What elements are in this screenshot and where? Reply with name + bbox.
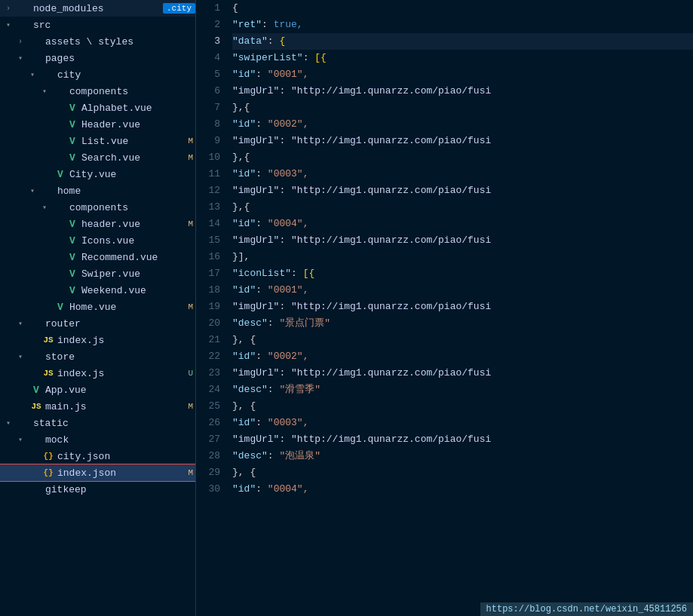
line-number-17: 17 — [196, 265, 220, 282]
folder-icon — [30, 35, 42, 48]
sidebar-item-home-vue[interactable]: VHome.vueM — [0, 299, 195, 315]
sidebar-item-assets-styles[interactable]: assets \ styles — [0, 33, 195, 50]
sidebar-item-search-vue[interactable]: VSearch.vueM — [0, 149, 195, 166]
line-number-19: 19 — [196, 299, 220, 315]
folder-icon — [30, 351, 42, 363]
sidebar-item-app-vue[interactable]: VApp.vue — [0, 382, 195, 398]
item-label: Icons.vue — [81, 235, 195, 247]
sidebar-item-router[interactable]: router — [0, 315, 195, 332]
item-label: index.js — [57, 368, 182, 379]
sidebar-item-home[interactable]: home — [0, 182, 195, 199]
line-numbers: 1234567891011121314151617181920212223242… — [196, 0, 226, 616]
sidebar-item-gitkeep[interactable]: gitkeep — [0, 481, 195, 498]
code-content: { "ret": true, "data": { "swiperList": [… — [226, 0, 693, 616]
line-number-20: 20 — [196, 315, 220, 332]
vue-icon: V — [66, 152, 78, 164]
code-line-20: "desc": "景点门票" — [232, 315, 693, 332]
vue-icon: V — [66, 135, 78, 147]
sidebar-item-mock[interactable]: mock — [0, 431, 195, 448]
line-number-5: 5 — [196, 66, 220, 83]
js-icon: JS — [30, 400, 42, 412]
item-label: pages — [45, 53, 195, 64]
sidebar-item-city-json[interactable]: {}city.json — [0, 448, 195, 464]
item-label: city — [57, 69, 195, 81]
item-label: Swiper.vue — [81, 268, 195, 280]
git-badge: M — [186, 302, 195, 311]
sidebar-item-index-json[interactable]: {}index.jsonM — [0, 464, 195, 481]
line-number-15: 15 — [196, 232, 220, 249]
code-line-18: "id": "0001", — [232, 282, 693, 299]
item-label: gitkeep — [45, 484, 195, 495]
code-line-3: "data": { — [232, 33, 693, 50]
code-line-15: "imgUrl": "http://img1.qunarzz.com/piao/… — [232, 232, 693, 249]
line-number-14: 14 — [196, 216, 220, 232]
item-label: Home.vue — [69, 302, 182, 313]
sidebar-item-src[interactable]: src — [0, 17, 195, 33]
item-label: node_modules — [33, 3, 160, 14]
item-label: List.vue — [81, 136, 182, 147]
code-line-27: "imgUrl": "http://img1.qunarzz.com/piao/… — [232, 431, 693, 448]
code-line-25: }, { — [232, 398, 693, 415]
sidebar-item-store[interactable]: store — [0, 348, 195, 365]
line-number-3: 3 — [196, 33, 220, 50]
code-line-10: },{ — [232, 149, 693, 166]
git-badge: M — [186, 219, 195, 228]
line-number-9: 9 — [196, 133, 220, 149]
sidebar-item-node_modules[interactable]: node_modules.city — [0, 0, 195, 17]
folder-icon — [18, 2, 30, 14]
code-line-13: },{ — [232, 199, 693, 216]
sidebar-item-city-vue[interactable]: VCity.vue — [0, 166, 195, 182]
code-line-17: "iconList": [{ — [232, 265, 693, 282]
item-label: store — [45, 351, 195, 363]
sidebar-item-alphabet-vue[interactable]: VAlphabet.vue — [0, 100, 195, 116]
line-number-6: 6 — [196, 83, 220, 100]
line-number-10: 10 — [196, 149, 220, 166]
code-line-6: "imgUrl": "http://img1.qunarzz.com/piao/… — [232, 83, 693, 100]
git-badge: M — [186, 153, 195, 162]
item-label: Recommend.vue — [81, 252, 195, 263]
item-label: Weekend.vue — [81, 285, 195, 296]
line-number-16: 16 — [196, 249, 220, 265]
code-line-24: "desc": "滑雪季" — [232, 382, 693, 398]
item-label: src — [33, 20, 195, 31]
json-icon: {} — [42, 450, 54, 462]
sidebar-item-static[interactable]: static — [0, 415, 195, 431]
sidebar-item-header-vue[interactable]: VHeader.vue — [0, 116, 195, 133]
item-label: Search.vue — [81, 152, 182, 164]
sidebar-item-header-home-vue[interactable]: Vheader.vueM — [0, 216, 195, 232]
vue-icon: V — [54, 301, 66, 313]
sidebar-item-list-vue[interactable]: VList.vueM — [0, 133, 195, 149]
sidebar-item-main-js[interactable]: JSmain.jsM — [0, 398, 195, 415]
line-number-4: 4 — [196, 50, 220, 66]
folder-icon — [18, 417, 30, 429]
code-line-23: "imgUrl": "http://img1.qunarzz.com/piao/… — [232, 365, 693, 382]
line-number-23: 23 — [196, 365, 220, 382]
vue-icon: V — [54, 168, 66, 180]
line-number-22: 22 — [196, 348, 220, 365]
vue-icon: V — [66, 268, 78, 280]
line-number-8: 8 — [196, 116, 220, 133]
item-label: Alphabet.vue — [81, 103, 195, 114]
sidebar-item-components-home[interactable]: components — [0, 199, 195, 216]
item-label: router — [45, 318, 195, 329]
item-label: static — [33, 418, 195, 429]
file-icon — [30, 483, 42, 495]
line-number-13: 13 — [196, 199, 220, 216]
sidebar-item-weekend-vue[interactable]: VWeekend.vue — [0, 282, 195, 299]
sidebar-item-recommend-vue[interactable]: VRecommend.vue — [0, 249, 195, 265]
sidebar-item-components-city[interactable]: components — [0, 83, 195, 100]
item-label: index.json — [57, 467, 182, 479]
sidebar-item-city[interactable]: city — [0, 66, 195, 83]
folder-icon — [30, 52, 42, 64]
code-line-26: "id": "0003", — [232, 415, 693, 431]
json-icon: {} — [42, 467, 54, 479]
sidebar-item-store-index-js[interactable]: JSindex.jsU — [0, 365, 195, 382]
vue-icon: V — [66, 284, 78, 296]
item-label: header.vue — [81, 219, 182, 230]
sidebar-item-pages[interactable]: pages — [0, 50, 195, 66]
sidebar-item-icons-vue[interactable]: VIcons.vue — [0, 232, 195, 249]
line-number-12: 12 — [196, 182, 220, 199]
code-line-21: }, { — [232, 332, 693, 348]
sidebar-item-swiper-vue[interactable]: VSwiper.vue — [0, 265, 195, 282]
sidebar-item-router-index-js[interactable]: JSindex.js — [0, 332, 195, 348]
